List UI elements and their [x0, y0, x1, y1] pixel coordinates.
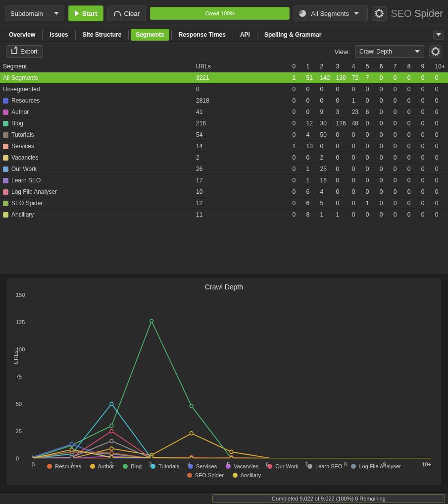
clear-button[interactable]: Clear: [107, 5, 146, 21]
tab-response-times[interactable]: Response Times: [174, 29, 231, 41]
col-8[interactable]: 8: [404, 61, 418, 72]
legend-swatch: [187, 473, 192, 478]
table-area: SegmentURLs012345678910+ All Segments322…: [0, 61, 448, 274]
table-row[interactable]: Log File Analyser1006400000000: [0, 186, 448, 198]
chevron-down-icon: [54, 12, 59, 15]
start-button[interactable]: Start: [68, 5, 103, 21]
cell: 4: [303, 129, 317, 141]
cell: 0: [404, 118, 418, 129]
tab-issues[interactable]: Issues: [45, 29, 73, 41]
play-icon: [75, 10, 79, 16]
segments-settings-button[interactable]: [372, 6, 387, 21]
legend-item[interactable]: Ancillary: [233, 472, 261, 478]
cell: 130: [333, 72, 349, 84]
cell: 0: [290, 175, 303, 186]
cell: 0: [349, 141, 363, 152]
col-segment[interactable]: Segment: [0, 61, 193, 72]
legend-swatch: [233, 473, 238, 478]
tab-segments[interactable]: Segments: [131, 29, 169, 41]
cell: 0: [391, 118, 404, 129]
top-toolbar: Subdomain Start Clear Crawl 100% All Seg…: [0, 0, 448, 27]
cell: 0: [418, 175, 432, 186]
cell: 12: [193, 198, 290, 209]
segment-label: Our Work: [11, 166, 37, 172]
table-row[interactable]: Vacancies200200000000: [0, 152, 448, 164]
cell: 0: [432, 198, 448, 209]
legend-label: Ancillary: [241, 472, 261, 478]
cell: 0: [404, 198, 418, 209]
chart-ylabel: URLs: [13, 350, 19, 364]
segment-label: Log File Analyser: [11, 188, 57, 195]
table-row[interactable]: Ancillary1108110000000: [0, 209, 448, 221]
view-settings-button[interactable]: [429, 45, 442, 58]
cell: 0: [290, 198, 303, 209]
cell: 0: [290, 152, 303, 164]
main-tabs: OverviewIssuesSite StructureSegmentsResp…: [0, 27, 448, 42]
segment-swatch: [3, 201, 8, 206]
table-row[interactable]: Our Work26012500000000: [0, 164, 448, 175]
clear-icon: [114, 11, 121, 16]
tabs-collapse-button[interactable]: [433, 30, 444, 40]
cell: 0: [290, 209, 303, 221]
table-row[interactable]: All Segments322115114213072700000: [0, 72, 448, 84]
col-5[interactable]: 5: [363, 61, 377, 72]
cell: 0: [418, 118, 432, 129]
table-row[interactable]: Learn SEO17011600000000: [0, 175, 448, 186]
cell: 0: [404, 175, 418, 186]
tab-site-structure[interactable]: Site Structure: [78, 29, 127, 41]
cell: 0: [363, 152, 377, 164]
col-4[interactable]: 4: [349, 61, 363, 72]
segment-label: SEO Spider: [11, 200, 43, 207]
table-row[interactable]: Services14113000000000: [0, 141, 448, 152]
cell: 0: [432, 164, 448, 175]
table-row[interactable]: SEO Spider1206500100000: [0, 198, 448, 209]
cell: 0: [377, 107, 391, 118]
subbar: Export View: Crawl Depth: [0, 42, 448, 61]
col-7[interactable]: 7: [391, 61, 404, 72]
segment-label: Resources: [11, 97, 40, 104]
table-row[interactable]: Unsegmented000000000000: [0, 84, 448, 95]
col-3[interactable]: 3: [333, 61, 349, 72]
tab-overview[interactable]: Overview: [4, 29, 40, 41]
cell: 0: [391, 164, 404, 175]
cell: 0: [363, 118, 377, 129]
cell: 4: [317, 186, 333, 198]
segments-select[interactable]: All Segments: [294, 5, 368, 21]
app-logo: SEO Spider: [391, 8, 443, 19]
col-6[interactable]: 6: [377, 61, 391, 72]
cell: 0: [404, 152, 418, 164]
col-urls[interactable]: URLs: [193, 61, 290, 72]
export-label: Export: [20, 48, 38, 55]
tab-api[interactable]: API: [235, 29, 255, 41]
segments-table: SegmentURLs012345678910+ All Segments322…: [0, 61, 448, 220]
cell: 0: [290, 84, 303, 95]
col-10-[interactable]: 10+: [432, 61, 448, 72]
svg-point-66: [230, 456, 233, 458]
cell: 0: [333, 129, 349, 141]
cell: 0: [391, 152, 404, 164]
chevron-down-icon: [415, 50, 420, 53]
cell: 72: [349, 72, 363, 84]
table-row[interactable]: Author41009323600000: [0, 107, 448, 118]
cell: 0: [418, 198, 432, 209]
legend-item[interactable]: SEO Spider: [187, 472, 224, 478]
table-row[interactable]: Resources281800001000000: [0, 95, 448, 107]
col-2[interactable]: 2: [317, 61, 333, 72]
view-select[interactable]: Crawl Depth: [355, 45, 424, 58]
col-9[interactable]: 9: [418, 61, 432, 72]
col-0[interactable]: 0: [290, 61, 303, 72]
col-1[interactable]: 1: [303, 61, 317, 72]
cell: 41: [193, 107, 290, 118]
export-button[interactable]: Export: [6, 45, 43, 58]
cell: 0: [303, 152, 317, 164]
pie-icon: [299, 10, 306, 17]
table-row[interactable]: Tutorials54045000000000: [0, 129, 448, 141]
svg-point-57: [110, 451, 113, 454]
segment-label: Unsegmented: [3, 86, 40, 93]
cell: 0: [432, 107, 448, 118]
cell: 216: [193, 118, 290, 129]
table-row[interactable]: Blog2160123012648000000: [0, 118, 448, 129]
tab-spelling-grammar[interactable]: Spelling & Grammar: [259, 29, 326, 41]
cell: 0: [377, 72, 391, 84]
subdomain-select[interactable]: Subdomain: [5, 5, 64, 21]
